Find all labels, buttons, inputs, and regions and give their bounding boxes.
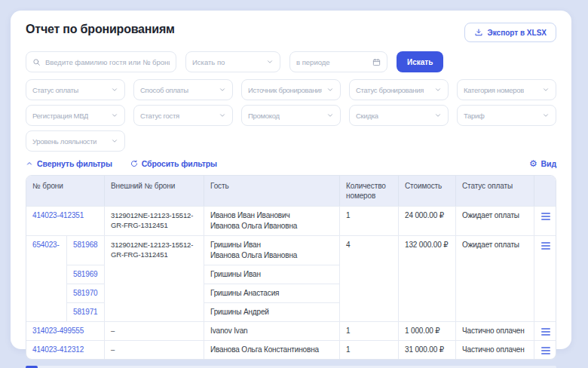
external-number-cell: – — [105, 341, 204, 359]
period-date-input[interactable]: в периоде — [289, 51, 387, 72]
booking-number-link[interactable]: 414023-412351 — [32, 211, 84, 219]
filter-dropdown[interactable]: Уровень лояльности — [26, 130, 125, 152]
collapse-filters-link[interactable]: Свернуть фильтры — [26, 159, 112, 168]
table-row: 414023-412312–Иванова Ольга Константинов… — [26, 340, 556, 359]
booking-number-link[interactable]: 314023-499555 — [32, 327, 84, 335]
reset-filters-label: Сбросить фильтры — [142, 159, 217, 168]
view-settings-label: Вид — [541, 159, 556, 168]
row-menu-button[interactable] — [534, 341, 556, 359]
filter-actions-row: Свернуть фильтры Сбросить фильтры ⚙ Вид — [26, 159, 556, 168]
booking-number-link[interactable]: 654023- — [32, 241, 60, 249]
filter-dropdown[interactable]: Тариф — [457, 105, 556, 126]
guest-cell: Иванов Иван ИвановичИванова Ольга Иванов… — [204, 207, 340, 235]
filter-dropdown[interactable]: Промокод — [241, 105, 341, 126]
payment-status-cell: Ожидает оплаты — [456, 236, 534, 321]
filter-label: Регистрация МВД — [32, 112, 88, 120]
filter-dropdown[interactable]: Статус гостя — [133, 105, 233, 126]
filter-label: Статус гостя — [140, 112, 179, 120]
filter-dropdown[interactable]: Источник бронирования — [241, 79, 341, 100]
cost-cell: 132 000.00 ₽ — [399, 236, 456, 321]
row-menu-button[interactable] — [534, 322, 556, 340]
sub-booking-number-cell: 581969 — [67, 265, 105, 284]
external-number-cell: 3129012NE-12123-15512-GR-FRG-1312451 — [105, 207, 204, 235]
sub-booking-number-link[interactable]: 581968 — [73, 241, 97, 249]
search-by-select[interactable]: Искать по — [185, 51, 280, 72]
chevron-up-icon — [26, 160, 33, 167]
export-xlsx-button[interactable]: Экспорт в XLSX — [464, 23, 556, 42]
gear-icon: ⚙ — [529, 159, 537, 168]
menu-icon — [541, 347, 550, 354]
guest-name: Иванова Ольга Ивановна — [210, 250, 333, 261]
guest-name: Ivanov Ivan — [210, 326, 333, 336]
chevron-down-icon — [219, 112, 226, 119]
booking-number-cell: 654023- — [26, 236, 67, 321]
download-icon — [474, 28, 483, 37]
chevron-down-icon — [326, 86, 334, 94]
sub-booking-number-link[interactable]: 581970 — [73, 289, 97, 297]
table-body: 414023-4123513129012NE-12123-15512-GR-FR… — [26, 206, 556, 359]
search-button[interactable]: Искать — [397, 51, 443, 72]
sub-booking-number-cell: 581968 — [67, 236, 105, 265]
sub-booking-number-cell: 581970 — [67, 284, 105, 303]
sub-booking-number-link[interactable]: 581971 — [73, 308, 97, 316]
booking-number-cell: 414023-412312 — [26, 341, 105, 359]
cost-cell: 1 000.00 ₽ — [399, 322, 456, 340]
external-number-cell: 3129012NE-12123-15512-GR-FRG-1312451 — [105, 236, 204, 321]
guest-name: Гришины Андрей — [210, 307, 333, 317]
column-header — [534, 176, 556, 206]
sub-booking-number-cell: 581971 — [67, 303, 105, 321]
refresh-icon — [130, 160, 138, 167]
filter-dropdown[interactable]: Статус оплаты — [26, 79, 125, 100]
filter-label: Уровень лояльности — [32, 137, 96, 146]
table-row: 314023-499555–Ivanov Ivan11 000.00 ₽Част… — [26, 321, 556, 340]
filter-dropdown[interactable]: Регистрация МВД — [26, 105, 125, 126]
view-settings-link[interactable]: ⚙ Вид — [529, 159, 556, 168]
column-header: Статус оплаты — [456, 176, 534, 206]
filter-dropdown[interactable]: Статус бронирования — [349, 79, 449, 100]
table-row: 414023-4123513129012NE-12123-15512-GR-FR… — [26, 206, 556, 235]
filters: Статус оплатыСпособ оплатыИсточник брони… — [26, 79, 556, 152]
chevron-down-icon — [434, 112, 442, 119]
chevron-down-icon — [111, 137, 118, 145]
column-header: № брони — [26, 176, 105, 206]
booking-number-link[interactable]: 414023-412312 — [32, 345, 84, 354]
card-header: Отчет по бронированиям Экспорт в XLSX — [26, 23, 556, 42]
search-by-label: Искать по — [192, 58, 225, 66]
payment-status-cell: Частично оплачен — [456, 341, 534, 359]
guest-cell: Гришины Анастасия — [204, 284, 340, 303]
column-header: Гость — [204, 176, 340, 206]
guest-cell: Ivanov Ivan — [204, 322, 340, 340]
reset-filters-link[interactable]: Сбросить фильтры — [130, 159, 217, 168]
page-title: Отчет по бронированиям — [26, 23, 175, 36]
menu-icon — [541, 328, 550, 336]
guest-cell: Гришины Иван — [204, 265, 340, 284]
payment-status-cell: Ожидает оплаты — [456, 207, 534, 235]
filter-label: Промокод — [248, 112, 280, 120]
rooms-count-cell: 1 — [340, 322, 399, 340]
search-input[interactable] — [45, 58, 170, 66]
chevron-down-icon — [111, 86, 118, 94]
filter-label: Категория номеров — [464, 86, 524, 94]
search-field — [26, 51, 176, 72]
export-xlsx-label: Экспорт в XLSX — [488, 29, 547, 37]
filter-dropdown[interactable]: Категория номеров — [457, 79, 556, 100]
row-menu-button[interactable] — [534, 207, 556, 235]
guest-cell: Гришины Андрей — [204, 303, 340, 321]
search-row: Искать по в периоде Искать — [26, 51, 556, 72]
calendar-icon — [372, 58, 381, 66]
menu-icon — [541, 242, 550, 250]
collapse-filters-label: Свернуть фильтры — [37, 159, 112, 168]
period-label: в периоде — [296, 58, 330, 66]
table-row-group: 654023-5819685819695819705819713129012NE… — [26, 235, 556, 321]
filter-label: Тариф — [464, 112, 485, 120]
guest-cell: Гришины ИванИванова Ольга Ивановна — [204, 236, 340, 265]
column-header: Внешний № брони — [105, 176, 204, 206]
sub-booking-number-link[interactable]: 581969 — [73, 270, 97, 278]
filter-dropdown[interactable]: Скидка — [349, 105, 449, 126]
filter-dropdown[interactable]: Способ оплаты — [133, 79, 233, 100]
filter-label: Скидка — [356, 112, 378, 120]
row-menu-button[interactable] — [534, 236, 556, 321]
column-header: Количество номеров — [340, 176, 399, 206]
chevron-down-icon — [219, 86, 226, 94]
chevron-down-icon — [434, 86, 442, 94]
